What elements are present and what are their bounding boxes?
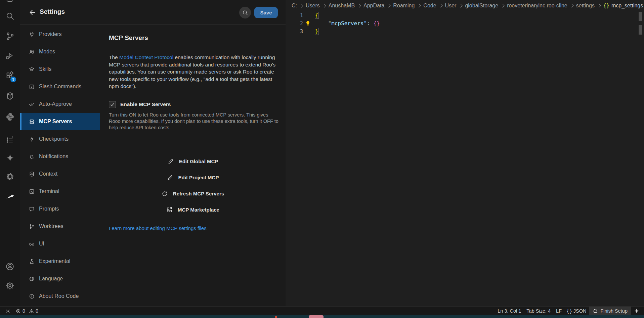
check-icon bbox=[110, 102, 115, 107]
modes-icon bbox=[29, 49, 35, 55]
breadcrumb-item[interactable]: settings bbox=[576, 3, 595, 9]
search-icon[interactable] bbox=[0, 10, 20, 22]
eol-indicator[interactable]: LF bbox=[553, 307, 564, 315]
refresh-mcp-servers-button[interactable]: Refresh MCP Servers bbox=[109, 186, 277, 202]
sidebar-item-mcp-servers[interactable]: MCP Servers bbox=[20, 113, 100, 130]
remote-icon bbox=[5, 309, 10, 314]
extensions-icon[interactable]: 3 bbox=[0, 70, 20, 82]
glasses-icon bbox=[29, 241, 35, 247]
openai-icon[interactable] bbox=[0, 171, 20, 183]
breadcrumb-item[interactable]: AppData bbox=[363, 3, 384, 9]
editor-pane: C: Users AnushaMB AppData Roaming Code U… bbox=[286, 0, 644, 306]
remote-indicator[interactable] bbox=[3, 307, 13, 315]
breadcrumb: C: Users AnushaMB AppData Roaming Code U… bbox=[292, 0, 643, 11]
marketplace-icon bbox=[166, 207, 172, 213]
mcp-actions: Edit Global MCP Edit Project MCP Refresh… bbox=[109, 153, 277, 218]
lightbulb-icon[interactable] bbox=[305, 20, 311, 29]
comment-icon bbox=[29, 206, 35, 212]
database-icon bbox=[29, 171, 35, 177]
sidebar-item-terminal[interactable]: Terminal bbox=[20, 183, 100, 200]
sidebar-item-context[interactable]: Context bbox=[20, 165, 100, 183]
edit-global-mcp-button[interactable]: Edit Global MCP bbox=[109, 153, 277, 170]
chevron-right-icon bbox=[570, 4, 573, 7]
breadcrumb-item-file[interactable]: mcp_settings.json bbox=[611, 3, 643, 9]
problems-indicator[interactable]: 0 0 bbox=[13, 307, 41, 315]
sidebar-item-ui[interactable]: UI bbox=[20, 235, 100, 253]
run-debug-icon[interactable] bbox=[0, 50, 20, 62]
refresh-icon bbox=[162, 191, 168, 197]
sidebar-item-modes[interactable]: Modes bbox=[20, 43, 100, 60]
tab-size-indicator[interactable]: Tab Size: 4 bbox=[524, 307, 553, 315]
chat-icon[interactable] bbox=[0, 0, 20, 4]
source-control-icon[interactable] bbox=[0, 30, 20, 42]
sidebar-item-language[interactable]: Language bbox=[20, 270, 100, 287]
line-number: 2 bbox=[286, 19, 303, 28]
sidebar-item-skills[interactable]: Skills bbox=[20, 60, 100, 78]
sidebar-item-notifications[interactable]: Notifications bbox=[20, 148, 100, 165]
checkpoint-icon bbox=[29, 136, 35, 142]
sidebar-item-auto-approve[interactable]: Auto-Approve bbox=[20, 95, 100, 113]
finish-setup-button[interactable]: Finish Setup bbox=[589, 307, 631, 315]
roo-code-icon[interactable] bbox=[0, 190, 20, 202]
account-icon[interactable] bbox=[0, 260, 20, 272]
vscode-window: 3 bbox=[0, 0, 644, 318]
chevron-right-icon bbox=[322, 4, 326, 7]
box-icon[interactable] bbox=[0, 90, 20, 102]
python-icon[interactable] bbox=[0, 111, 20, 123]
breadcrumb-item[interactable]: Code bbox=[423, 3, 436, 9]
copilot-sparkle-icon[interactable] bbox=[631, 307, 642, 315]
double-check-icon bbox=[29, 101, 35, 107]
breadcrumb-item[interactable]: globalStorage bbox=[465, 3, 498, 9]
enable-mcp-row[interactable]: Enable MCP Servers bbox=[109, 101, 277, 108]
breadcrumb-item[interactable]: Roaming bbox=[393, 3, 415, 9]
graduation-cap-icon bbox=[29, 66, 35, 72]
chevron-right-icon bbox=[597, 4, 601, 7]
sidebar-item-checkpoints[interactable]: Checkpoints bbox=[20, 130, 100, 148]
chevron-right-icon bbox=[357, 4, 361, 7]
sidebar-item-worktrees[interactable]: Worktrees bbox=[20, 218, 100, 235]
breadcrumb-item[interactable]: User bbox=[445, 3, 457, 9]
language-mode[interactable]: { }JSON bbox=[564, 307, 589, 315]
error-count: 0 bbox=[23, 308, 25, 314]
cursor-position[interactable]: Ln 3, Col 1 bbox=[495, 307, 524, 315]
mcp-marketplace-button[interactable]: MCP Marketplace bbox=[109, 202, 277, 218]
edit-project-mcp-button[interactable]: Edit Project MCP bbox=[109, 170, 277, 186]
settings-gear-icon[interactable] bbox=[0, 279, 20, 291]
taskbar-pill bbox=[309, 315, 324, 318]
breadcrumb-item[interactable]: rooveterinaryinc.roo-cline bbox=[507, 3, 567, 9]
breadcrumb-item[interactable]: AnushaMB bbox=[329, 3, 355, 9]
model-context-protocol-link[interactable]: Model Context Protocol bbox=[119, 54, 173, 60]
search-settings-button[interactable] bbox=[239, 7, 251, 18]
sidebar-item-about-roo-code[interactable]: About Roo Code bbox=[20, 287, 100, 305]
code-editor[interactable]: 1 { 2 "mcpServers": {} 3 } bbox=[286, 11, 644, 36]
mcp-settings-content: MCP Servers The Model Context Protocol e… bbox=[109, 24, 277, 231]
sidebar-item-slash-commands[interactable]: Slash Commands bbox=[20, 78, 100, 95]
pencil-icon bbox=[168, 158, 174, 165]
chevron-right-icon bbox=[387, 4, 391, 7]
save-button[interactable]: Save bbox=[254, 7, 278, 18]
code-line-2: 2 "mcpServers": {} bbox=[286, 19, 644, 28]
line-number-active: 3 bbox=[286, 28, 303, 36]
enable-mcp-checkbox[interactable] bbox=[109, 101, 116, 108]
sidebar-item-experimental[interactable]: Experimental bbox=[20, 253, 100, 270]
chevron-right-icon bbox=[501, 4, 504, 7]
todo-list-icon[interactable] bbox=[0, 134, 20, 146]
server-icon bbox=[29, 119, 35, 125]
learn-more-link[interactable]: Learn more about editing MCP settings fi… bbox=[109, 225, 207, 231]
error-icon bbox=[16, 309, 21, 314]
chevron-right-icon bbox=[299, 4, 303, 7]
sparkle-icon[interactable] bbox=[0, 152, 20, 164]
breadcrumb-item[interactable]: Users bbox=[306, 3, 320, 9]
status-bar: 0 0 Ln 3, Col 1 Tab Size: 4 LF { }JSON F… bbox=[0, 306, 644, 315]
back-arrow-icon[interactable] bbox=[28, 7, 38, 17]
window-bottom-strip bbox=[0, 315, 644, 318]
overview-ruler-mark bbox=[639, 12, 642, 21]
beaker-icon bbox=[29, 259, 35, 264]
sidebar-item-prompts[interactable]: Prompts bbox=[20, 200, 100, 218]
sidebar-item-providers[interactable]: Providers bbox=[20, 26, 100, 43]
breadcrumb-item[interactable]: C: bbox=[292, 3, 297, 9]
chevron-right-icon bbox=[417, 4, 421, 7]
mcp-intro-text: The Model Context Protocol enables commu… bbox=[109, 54, 277, 90]
activity-bar: 3 bbox=[0, 0, 20, 306]
git-branch-icon bbox=[29, 224, 35, 229]
